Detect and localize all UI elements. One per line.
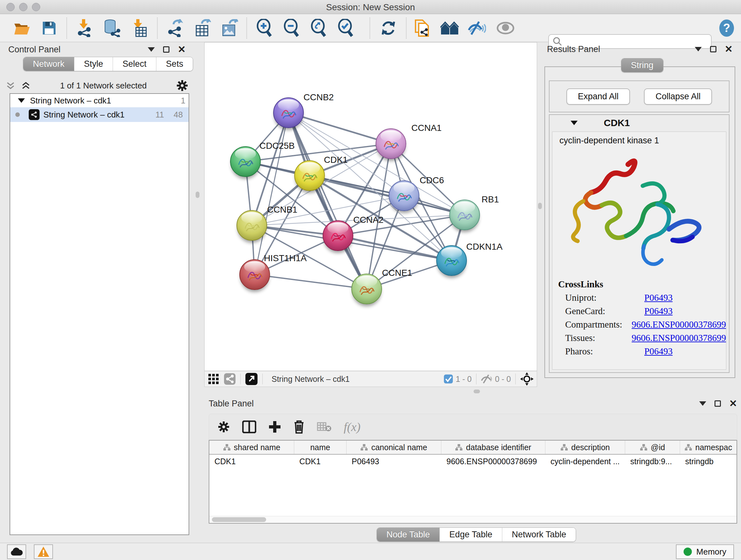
expand-all-icon[interactable]	[21, 81, 30, 90]
edge[interactable]	[288, 113, 391, 144]
table-cell[interactable]: cyclin-dependent ...	[545, 455, 625, 468]
memory-button[interactable]: Memory	[676, 544, 734, 559]
column-header-namespac[interactable]: namespac	[680, 441, 737, 454]
table-hscrollbar[interactable]	[209, 516, 737, 523]
tab-node-table[interactable]: Node Table	[377, 528, 440, 542]
tab-network[interactable]: Network	[23, 57, 74, 71]
tab-network-table[interactable]: Network Table	[502, 528, 576, 542]
collapse-panel-icon[interactable]	[699, 401, 706, 406]
crosslink-link[interactable]: P06493	[644, 346, 673, 357]
node-cdc25b[interactable]	[230, 146, 261, 177]
first-neighbors-icon[interactable]	[441, 19, 459, 37]
node-cdc6[interactable]	[389, 180, 419, 211]
table-options-gear-icon[interactable]	[217, 421, 230, 433]
import-network-database-icon[interactable]	[102, 19, 121, 37]
node-cdkn1a[interactable]	[436, 245, 467, 276]
open-in-string-icon[interactable]	[245, 373, 258, 385]
node-cdk1[interactable]	[294, 160, 325, 191]
close-panel-icon[interactable]: ✕	[729, 399, 737, 408]
help-icon[interactable]: ?	[718, 19, 736, 37]
import-network-file-icon[interactable]	[75, 19, 93, 37]
zoom-in-icon[interactable]	[255, 19, 274, 37]
column-header-canonical-name[interactable]: canonical name	[347, 441, 441, 454]
new-network-from-selection-icon[interactable]	[413, 19, 432, 37]
center-view-icon[interactable]	[520, 372, 534, 386]
edge[interactable]	[255, 274, 367, 289]
table-cell[interactable]: CDK1	[209, 455, 294, 468]
refresh-icon[interactable]	[379, 19, 398, 37]
collection-expanded-icon[interactable]	[18, 98, 25, 103]
tab-style[interactable]: Style	[74, 57, 113, 71]
warnings-button[interactable]	[34, 544, 53, 559]
scrollbar-thumb[interactable]	[212, 517, 266, 522]
zoom-out-icon[interactable]	[282, 19, 301, 37]
node-ccna1[interactable]	[376, 128, 406, 159]
delete-column-icon[interactable]	[293, 420, 305, 434]
collapse-all-icon[interactable]	[6, 81, 15, 90]
right-splitter-handle[interactable]	[538, 203, 542, 209]
edge[interactable]	[338, 236, 452, 260]
export-image-icon[interactable]	[220, 19, 239, 37]
grid-view-icon[interactable]	[208, 373, 219, 385]
network-canvas[interactable]: CCNB2CCNA1CDC25BCDK1CDC6RB1CCNB1CCNA2CDK…	[204, 42, 537, 371]
close-panel-icon[interactable]: ✕	[725, 44, 733, 54]
save-session-icon[interactable]	[40, 19, 58, 37]
node-ccna2[interactable]	[323, 220, 353, 251]
float-panel-icon[interactable]	[163, 46, 170, 53]
column-header-shared-name[interactable]: shared name	[209, 441, 294, 454]
network-row[interactable]: String Network – cdk1 11 48	[10, 107, 189, 122]
crosslink-link[interactable]: 9606.ENSP00000378699	[631, 333, 726, 343]
hide-selected-icon[interactable]	[468, 19, 486, 37]
share-network-icon[interactable]	[224, 373, 236, 385]
left-splitter-handle[interactable]	[196, 192, 199, 198]
node-hist1h1a[interactable]	[239, 259, 270, 290]
show-columns-icon[interactable]	[242, 421, 256, 433]
table-cell[interactable]: 9606.ENSP00000378699	[441, 455, 545, 468]
expand-all-button[interactable]: Expand All	[566, 88, 630, 105]
table-cell[interactable]: P06493	[347, 455, 441, 468]
node-rb1[interactable]	[449, 199, 480, 230]
close-panel-icon[interactable]: ✕	[178, 45, 186, 54]
crosslink-link[interactable]: P06493	[644, 293, 673, 303]
zoom-fit-icon[interactable]	[310, 19, 328, 37]
export-network-icon[interactable]	[166, 19, 185, 37]
create-column-icon[interactable]	[268, 421, 281, 433]
show-all-icon[interactable]	[496, 19, 515, 37]
open-session-icon[interactable]	[13, 19, 31, 37]
zoom-selected-icon[interactable]	[337, 19, 355, 37]
column-header--id[interactable]: @id	[625, 441, 680, 454]
tab-select[interactable]: Select	[113, 57, 156, 71]
node-ccne1[interactable]	[351, 273, 382, 304]
node-table[interactable]: shared namenamecanonical namedatabase id…	[209, 440, 737, 523]
edge[interactable]	[255, 113, 288, 274]
tab-sets[interactable]: Sets	[156, 57, 193, 71]
tab-string[interactable]: String	[621, 58, 663, 72]
collapse-all-button[interactable]: Collapse All	[644, 88, 712, 105]
collapse-panel-icon[interactable]	[695, 47, 702, 51]
section-expanded-icon[interactable]	[570, 121, 578, 125]
network-options-gear-icon[interactable]	[176, 79, 188, 91]
node-ccnb2[interactable]	[273, 98, 304, 128]
column-header-database-identifier[interactable]: database identifier	[441, 441, 545, 454]
table-cell[interactable]: stringdb:9...	[625, 455, 680, 468]
network-collection-row[interactable]: String Network – cdk1 1	[10, 94, 189, 107]
tab-edge-table[interactable]: Edge Table	[440, 528, 502, 542]
bottom-splitter-handle[interactable]	[474, 389, 480, 393]
cdk1-section-header[interactable]: CDK1	[549, 115, 729, 131]
crosslink-link[interactable]: 9606.ENSP00000378699	[631, 319, 726, 330]
import-table-icon[interactable]	[130, 19, 149, 37]
selection-checkbox-icon[interactable]	[444, 374, 453, 384]
column-header-description[interactable]: description	[545, 441, 625, 454]
collapse-panel-icon[interactable]	[148, 47, 155, 52]
cloud-status-button[interactable]	[7, 544, 26, 559]
table-cell[interactable]: CDK1	[294, 455, 347, 468]
protein-structure-thumbnail	[241, 216, 263, 236]
float-panel-icon[interactable]	[710, 46, 717, 52]
column-header-name[interactable]: name	[294, 441, 347, 454]
crosslink-link[interactable]: P06493	[644, 306, 673, 316]
export-table-icon[interactable]	[193, 19, 212, 37]
node-ccnb1[interactable]	[237, 210, 267, 241]
table-row[interactable]: CDK1CDK1P064939606.ENSP00000378699cyclin…	[209, 455, 737, 468]
table-cell[interactable]: stringdb	[680, 455, 737, 468]
float-panel-icon[interactable]	[715, 400, 721, 407]
